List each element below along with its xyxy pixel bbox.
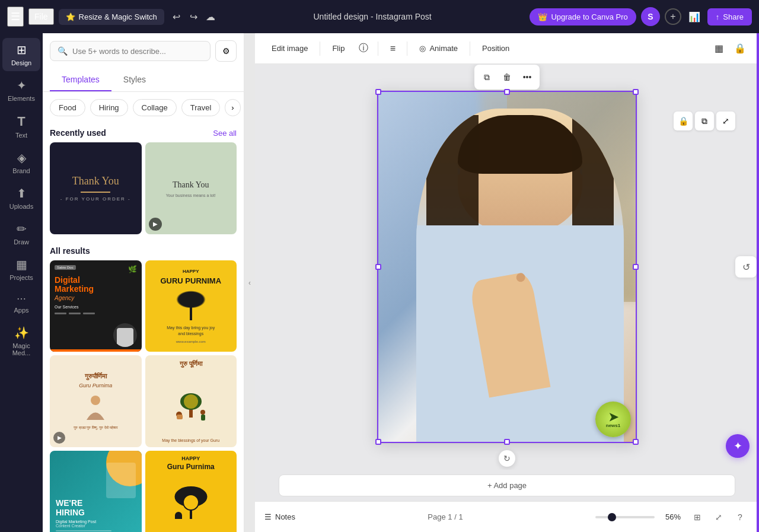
tag-travel[interactable]: Travel	[181, 99, 221, 116]
news-watermark-badge: ➤ news1	[595, 402, 631, 437]
hamburger-menu-button[interactable]: ☰	[7, 7, 24, 27]
elements-icon: ✦	[17, 78, 27, 93]
refresh-canvas-button[interactable]: ↺	[735, 256, 757, 278]
tab-styles[interactable]: Styles	[111, 69, 158, 91]
canvas-copy-button[interactable]: ⧉	[478, 68, 496, 86]
zoom-slider[interactable]	[595, 516, 655, 518]
animate-button[interactable]: ◎ Animate	[412, 40, 465, 56]
magic-switch-button[interactable]: ⭐ Resize & Magic Switch	[59, 9, 164, 25]
sidebar: ⊞ Design ✦ Elements T Text ◈ Brand ⬆ Upl…	[0, 33, 43, 532]
sidebar-item-apps[interactable]: ⋯ Apps	[2, 288, 40, 318]
tab-templates[interactable]: Templates	[50, 69, 111, 91]
checkerboard-button[interactable]: ▦	[709, 39, 728, 58]
template-thumb-thank-you-dark[interactable]: Thank You - FOR YOUR ORDER -	[50, 142, 142, 234]
sidebar-item-design-label: Design	[11, 59, 31, 66]
template-thumb-guru-purnima-beige1[interactable]: गुरुपौर्णिमा Guru Purnima गुरु ब्रह्मा ग…	[50, 355, 142, 447]
analytics-button[interactable]: 📊	[686, 9, 703, 25]
secondary-toolbar: Edit image Flip ⓘ ≡ ◎ Animate Position ▦…	[255, 33, 759, 64]
canvas-more-button[interactable]: •••	[518, 68, 536, 86]
crown-icon: 👑	[538, 12, 547, 21]
all-results-title: All results	[50, 246, 90, 256]
filter-button[interactable]: ⚙	[215, 40, 237, 62]
upgrade-button[interactable]: 👑 Upgrade to Canva Pro	[530, 8, 636, 26]
sidebar-item-text[interactable]: T Text	[2, 109, 40, 144]
flip-label: Flip	[332, 44, 345, 53]
all-results-header: All results	[43, 241, 244, 260]
sidebar-item-brand[interactable]: ◈ Brand	[2, 146, 40, 179]
info-button[interactable]: ⓘ	[354, 39, 373, 58]
sidebar-item-draw-label: Draw	[14, 238, 29, 246]
magic-switch-label: Resize & Magic Switch	[79, 12, 157, 21]
cloud-save-icon[interactable]: ☁	[206, 11, 215, 23]
share-icon: ↑	[716, 12, 720, 21]
expand-view-button[interactable]: ⤢	[709, 508, 728, 527]
frame-expand-button[interactable]: ⤢	[716, 112, 735, 130]
add-page-button[interactable]: + Add page	[279, 474, 735, 496]
menu-button[interactable]: ≡	[383, 39, 402, 58]
share-label: Share	[723, 12, 744, 21]
sidebar-item-draw[interactable]: ✏ Draw	[2, 217, 40, 250]
projects-icon: ▦	[16, 257, 27, 272]
frame-copy-button[interactable]: ⧉	[695, 112, 714, 130]
search-bar: 🔍 ⚙	[43, 33, 244, 69]
grid-view-button[interactable]: ⊞	[688, 508, 707, 527]
template-thumb-guru-purnima-dark2[interactable]: HAPPY Guru Purnima Blessings and wisdom	[145, 451, 237, 533]
template-thumb-guru-purnima-yellow[interactable]: HAPPY GURU PURNIMA May this day bring yo…	[145, 260, 237, 352]
undo-redo-group: ↩ ↪	[169, 9, 201, 25]
sidebar-item-uploads-label: Uploads	[9, 203, 33, 210]
draw-icon: ✏	[17, 222, 27, 236]
notes-button[interactable]: ☰ Notes	[264, 512, 295, 521]
sidebar-item-design[interactable]: ⊞ Design	[2, 38, 40, 71]
view-buttons: ⊞ ⤢ ?	[688, 508, 750, 527]
svg-point-6	[200, 410, 205, 415]
document-title: Untitled design - Instagram Post	[314, 12, 432, 21]
sidebar-item-projects[interactable]: ▦ Projects	[2, 253, 40, 286]
zoom-percentage: 56%	[659, 512, 681, 521]
lock-button[interactable]: 🔒	[731, 39, 750, 58]
toolbar-divider-2	[378, 42, 378, 56]
template-thumb-hiring[interactable]: WE'REHIRING Digital Marketing Post Conte…	[50, 451, 142, 533]
sidebar-item-text-label: Text	[15, 132, 27, 139]
svg-rect-7	[201, 415, 205, 420]
upgrade-label: Upgrade to Canva Pro	[551, 12, 627, 21]
add-collaborator-button[interactable]: +	[665, 8, 681, 25]
search-input[interactable]	[72, 47, 203, 56]
svg-point-3	[184, 394, 198, 409]
play-overlay: ▶	[149, 218, 162, 231]
hide-panel-button[interactable]: ‹	[244, 33, 255, 532]
magic-assistant-button[interactable]: ✦	[726, 434, 750, 458]
share-button[interactable]: ↑ Share	[707, 8, 752, 26]
tag-collage[interactable]: Collage	[133, 99, 177, 116]
news-badge-label: news1	[606, 423, 620, 428]
template-thumb-guru-illustration[interactable]: गुरु पूर्णिमा	[145, 355, 237, 447]
main-layout: ⊞ Design ✦ Elements T Text ◈ Brand ⬆ Upl…	[0, 33, 759, 532]
frame-controls: 🔒 ⧉ ⤢	[674, 112, 735, 130]
undo-button[interactable]: ↩	[169, 9, 184, 25]
position-button[interactable]: Position	[475, 40, 516, 56]
canvas-delete-button[interactable]: 🗑	[498, 68, 516, 86]
template-thumb-thank-you-floral[interactable]: Thank You Your business means a lot! ▶	[145, 142, 237, 234]
tag-more-button[interactable]: ›	[225, 99, 240, 116]
see-all-link[interactable]: See all	[213, 129, 237, 138]
svg-point-0	[91, 396, 100, 405]
rotate-handle[interactable]: ↻	[499, 450, 515, 467]
recently-used-title: Recently used	[50, 128, 106, 138]
bottom-bar: ☰ Notes Page 1 / 1 56% ⊞ ⤢ ?	[255, 501, 759, 532]
file-menu-button[interactable]: File	[28, 8, 54, 25]
template-thumb-digital-marketing[interactable]: Sabio Doc 🌿 DigitalMarketing Agency Our …	[50, 260, 142, 352]
design-icon: ⊞	[17, 43, 27, 57]
sidebar-item-elements[interactable]: ✦ Elements	[2, 74, 40, 107]
left-panel: 🔍 ⚙ Templates Styles Food Hiring Collage…	[43, 33, 244, 532]
edit-image-button[interactable]: Edit image	[264, 40, 315, 56]
tag-food[interactable]: Food	[50, 99, 85, 116]
sidebar-item-magic[interactable]: ✨ Magic Med...	[2, 321, 40, 361]
tag-hiring[interactable]: Hiring	[90, 99, 128, 116]
svg-rect-5	[177, 415, 183, 419]
user-avatar-button[interactable]: S	[641, 7, 660, 26]
flip-button[interactable]: Flip	[325, 40, 352, 56]
sidebar-item-uploads[interactable]: ⬆ Uploads	[2, 181, 40, 215]
help-button[interactable]: ?	[731, 508, 750, 527]
frame-lock-button[interactable]: 🔒	[674, 112, 693, 130]
search-input-wrap[interactable]: 🔍	[50, 41, 211, 61]
redo-button[interactable]: ↪	[186, 9, 201, 25]
